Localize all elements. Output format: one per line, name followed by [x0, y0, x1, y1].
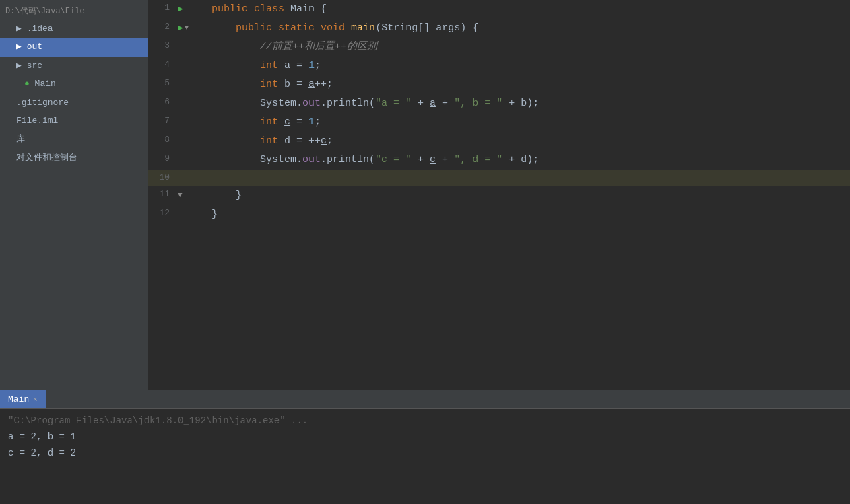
sidebar-item-main[interactable]: ● Main	[0, 75, 148, 93]
console-output: "C:\Program Files\Java\jdk1.8.0_192\bin\…	[0, 409, 850, 504]
code-line-2: 2 ▶ ▼ public static void main(String[] a…	[148, 19, 850, 38]
line-number-10: 10	[148, 170, 175, 186]
sidebar-item-idea[interactable]: ▶ .idea	[0, 20, 148, 38]
code-content-2: public static void main(String[] args) {	[209, 19, 850, 38]
java-icon: ●	[24, 79, 35, 89]
code-content-7: int c = 1;	[209, 113, 850, 132]
line-number-1: 1	[148, 0, 175, 19]
gutter-4	[175, 57, 209, 75]
line-number-6: 6	[148, 94, 175, 113]
code-content-3: //前置++和后置++的区别	[209, 38, 850, 57]
line-number-8: 8	[148, 132, 175, 151]
code-content-5: int b = a++;	[209, 75, 850, 94]
sidebar-item-fileiml[interactable]: File.iml	[0, 112, 148, 130]
code-line-7: 7 int c = 1;	[148, 113, 850, 132]
gutter-5	[175, 75, 209, 94]
line-number-3: 3	[148, 38, 175, 57]
line-number-11: 11	[148, 186, 175, 205]
line-number-9: 9	[148, 151, 175, 170]
gutter-9	[175, 151, 209, 170]
code-content-8: int d = ++c;	[209, 132, 850, 151]
folder-icon: ▶	[16, 24, 27, 34]
code-content-6: System.out.println("a = " + a + ", b = "…	[209, 94, 850, 113]
folder-icon: ▶	[16, 42, 27, 52]
code-line-10: 10	[148, 170, 850, 186]
gutter-12	[175, 205, 209, 224]
code-line-9: 9 System.out.println("c = " + c + ", d =…	[148, 151, 850, 170]
sidebar: D:\代码\Java\File ▶ .idea ▶ out ▶ src ● Ma…	[0, 0, 148, 390]
line-number-12: 12	[148, 205, 175, 224]
gutter-6	[175, 94, 209, 113]
bottom-tabs: Main ×	[0, 390, 850, 409]
code-content-12: }	[209, 205, 850, 224]
code-editor[interactable]: 1 ▶ public class Main { 2 ▶ ▼ public sta…	[148, 0, 850, 390]
console-cmd-line: "C:\Program Files\Java\jdk1.8.0_192\bin\…	[8, 413, 842, 429]
folder-icon: ▶	[16, 61, 27, 71]
line-number-4: 4	[148, 57, 175, 75]
code-line-5: 5 int b = a++;	[148, 75, 850, 94]
sidebar-path: D:\代码\Java\File	[0, 3, 148, 20]
run-button-1[interactable]: ▶	[178, 3, 183, 17]
gutter-2: ▶ ▼	[175, 19, 209, 38]
tab-main-label: Main	[8, 394, 29, 404]
fold-button-11[interactable]: ▼	[178, 190, 183, 202]
gutter-11: ▼	[175, 186, 209, 205]
code-content-4: int a = 1;	[209, 57, 850, 75]
tab-main-close[interactable]: ×	[33, 396, 38, 404]
line-number-7: 7	[148, 113, 175, 132]
gutter-10	[175, 170, 209, 186]
sidebar-item-src[interactable]: ▶ src	[0, 57, 148, 75]
code-line-3: 3 //前置++和后置++的区别	[148, 38, 850, 57]
console-result-1: a = 2, b = 1	[8, 429, 842, 445]
sidebar-item-gitignore[interactable]: .gitignore	[0, 94, 148, 112]
sidebar-item-lib[interactable]: 库	[0, 130, 148, 148]
code-content-10	[209, 170, 850, 186]
tab-main[interactable]: Main ×	[0, 390, 46, 408]
console-result-2: c = 2, d = 2	[8, 445, 842, 462]
code-line-8: 8 int d = ++c;	[148, 132, 850, 151]
sidebar-item-files-console[interactable]: 对文件和控制台	[0, 149, 148, 167]
line-number-5: 5	[148, 75, 175, 94]
code-content-11: }	[209, 186, 850, 205]
gutter-3	[175, 38, 209, 57]
gutter-7	[175, 113, 209, 132]
code-content-9: System.out.println("c = " + c + ", d = "…	[209, 151, 850, 170]
fold-button-2[interactable]: ▼	[185, 22, 189, 34]
run-button-2[interactable]: ▶	[178, 22, 183, 36]
bottom-panel: Main × "C:\Program Files\Java\jdk1.8.0_1…	[0, 390, 850, 504]
main-area: D:\代码\Java\File ▶ .idea ▶ out ▶ src ● Ma…	[0, 0, 850, 390]
line-number-2: 2	[148, 19, 175, 38]
sidebar-item-out[interactable]: ▶ out	[0, 38, 148, 56]
code-line-1: 1 ▶ public class Main {	[148, 0, 850, 19]
code-line-11: 11 ▼ }	[148, 186, 850, 205]
code-content-1: public class Main {	[209, 0, 850, 19]
gutter-1: ▶	[175, 0, 209, 19]
code-line-6: 6 System.out.println("a = " + a + ", b =…	[148, 94, 850, 113]
code-line-12: 12 }	[148, 205, 850, 224]
code-line-4: 4 int a = 1;	[148, 57, 850, 75]
gutter-8	[175, 132, 209, 151]
